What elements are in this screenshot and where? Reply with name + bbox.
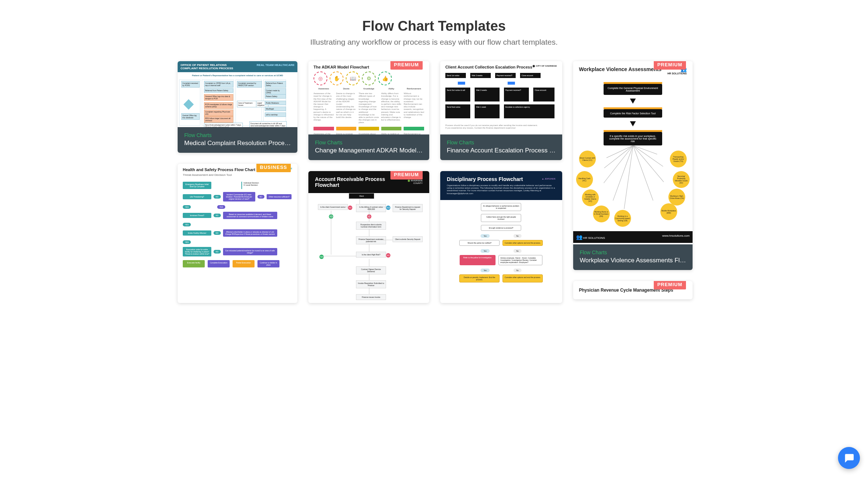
thumb-header: OFFICE OF PATIENT RELATIONS COMPLAINT RE…	[178, 61, 297, 72]
grid-col-3: Client Account Collection Escalation Pro…	[440, 61, 562, 303]
template-thumbnail: OFFICE OF PATIENT RELATIONS COMPLAINT RE…	[178, 61, 297, 127]
card-category: Flow Charts	[580, 249, 686, 255]
template-card-physician-revenue[interactable]: PREMIUM Physician Revenue Cycle Manageme…	[573, 281, 693, 299]
card-category: Flow Charts	[447, 140, 556, 145]
template-thumbnail: The ADKAR Model Flowchart ◎ ✋ 📖 ⚙ 👍 Awar…	[308, 61, 429, 134]
card-title: Medical Complaint Resolution Proce…	[184, 140, 291, 147]
page-title: Flow Chart Templates	[0, 18, 868, 34]
templates-page: Flow Chart Templates Illustrating any wo…	[0, 0, 868, 477]
chat-icon	[843, 452, 854, 463]
grid-col-2: PREMIUM The ADKAR Model Flowchart ◎ ✋ 📖 …	[308, 61, 429, 303]
card-title: Finance Account Escalation Process …	[447, 147, 556, 154]
badge-business: BUSINESS	[256, 164, 291, 172]
template-card-health-safety[interactable]: BUSINESS Health and Safety Process Flow …	[178, 164, 297, 303]
card-footer: Flow Charts Finance Account Escalation P…	[440, 134, 562, 160]
template-card-disciplinary[interactable]: Disciplinary Process Flowchart ▲ JDIFUND…	[440, 171, 562, 303]
template-card-finance-escalation[interactable]: Client Account Collection Escalation Pro…	[440, 61, 562, 160]
card-title: Workplace Violence Assessments Fl…	[580, 257, 686, 264]
grid-col-4: PREMIUM Workplace Violence Assessments 👥…	[573, 61, 693, 299]
badge-premium: PREMIUM	[390, 171, 423, 180]
card-title: Change Management ADKAR Model…	[315, 147, 423, 154]
template-card-adkar[interactable]: PREMIUM The ADKAR Model Flowchart ◎ ✋ 📖 …	[308, 61, 429, 160]
people-icon: 👥	[576, 234, 582, 240]
badge-premium: PREMIUM	[390, 61, 423, 70]
template-card-medical-complaint[interactable]: OFFICE OF PATIENT RELATIONS COMPLAINT RE…	[178, 61, 297, 153]
template-card-workplace-violence[interactable]: PREMIUM Workplace Violence Assessments 👥…	[573, 61, 693, 270]
template-thumbnail: Disciplinary Process Flowchart ▲ JDIFUND…	[440, 171, 562, 303]
card-category: Flow Charts	[184, 132, 291, 138]
card-footer: Flow Charts Change Management ADKAR Mode…	[308, 134, 429, 160]
template-card-account-receivable[interactable]: PREMIUM Account Receivable Process Flowc…	[308, 171, 429, 303]
template-thumbnail: Health and Safety Process Flow Chart Thr…	[178, 164, 297, 303]
thumb-body: Patient or Patient's Representative has …	[178, 72, 297, 127]
template-thumbnail: Account Receivable Process Flowchart ⬤ R…	[308, 171, 429, 303]
badge-premium: PREMIUM	[654, 281, 686, 289]
card-footer: Flow Charts Workplace Violence Assessmen…	[573, 244, 693, 270]
chat-launcher-button[interactable]	[838, 447, 860, 469]
template-thumbnail: Client Account Collection Escalation Pro…	[440, 61, 562, 134]
template-thumbnail: Workplace Violence Assessments 👥 HR SOLU…	[573, 61, 693, 244]
grid-col-1: OFFICE OF PATIENT RELATIONS COMPLAINT RE…	[178, 61, 297, 303]
page-subtitle: Illustrating any workflow or process is …	[0, 38, 868, 47]
page-heading: Flow Chart Templates Illustrating any wo…	[0, 0, 868, 47]
card-footer: Flow Charts Medical Complaint Resolution…	[178, 127, 297, 153]
card-category: Flow Charts	[315, 140, 423, 145]
templates-grid: OFFICE OF PATIENT RELATIONS COMPLAINT RE…	[170, 61, 698, 303]
badge-premium: PREMIUM	[654, 61, 686, 70]
